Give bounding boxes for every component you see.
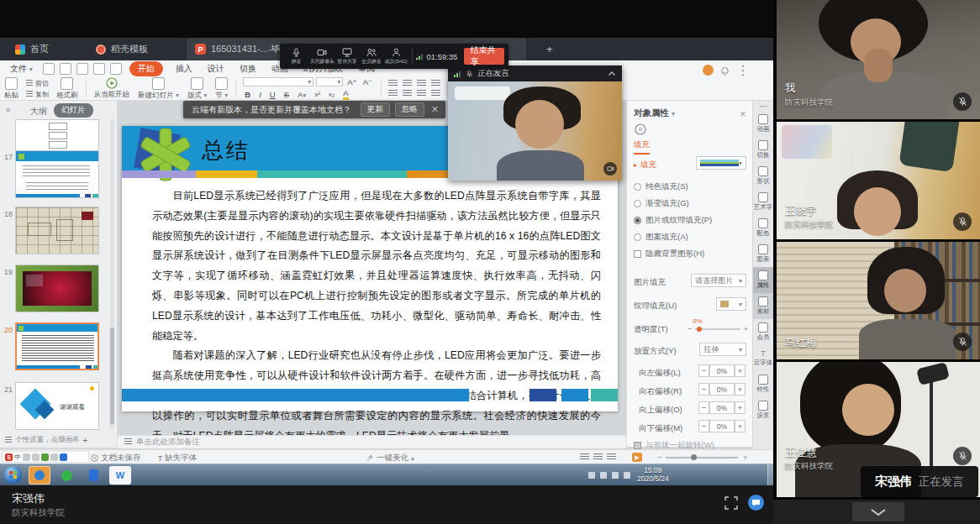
slide-thumbnail-16[interactable] [15, 119, 99, 155]
menu-file[interactable]: 文件 ▾ [10, 63, 33, 75]
tab-docer[interactable]: 稻壳模板 [87, 38, 156, 60]
participant-tile[interactable]: 王晓宇 防灾科技学院 [777, 122, 980, 239]
side-tab-wordart[interactable]: 艺术字 [753, 189, 773, 215]
side-tab-material[interactable]: 素材 [753, 293, 773, 319]
align-center-icon[interactable] [403, 90, 412, 97]
undo-icon[interactable] [76, 63, 88, 75]
zoom-in-icon[interactable]: + [743, 453, 748, 462]
side-tab-member[interactable]: 会员 [753, 319, 773, 345]
transparency-slider[interactable]: − + [688, 324, 748, 333]
personalize-canvas-button[interactable]: 个性设置，点缀画布 + [5, 435, 87, 445]
taskbar-app-phone[interactable] [55, 466, 77, 485]
print-icon[interactable] [60, 63, 71, 75]
texture-fill-dropdown[interactable]: ▾ [716, 297, 746, 311]
missing-fonts-button[interactable]: T缺失字体 [158, 453, 197, 464]
side-tab-shape[interactable]: 形状 [753, 163, 773, 189]
panel-close-icon[interactable]: ✕ [740, 109, 746, 118]
side-tab-animation[interactable]: 动画 [753, 111, 773, 137]
strike-button[interactable]: S [284, 90, 289, 99]
bold-button[interactable]: B [245, 90, 250, 99]
mute-button[interactable]: 静音 [284, 48, 308, 66]
notice-close-icon[interactable]: ✕ [431, 104, 439, 115]
offset-right-stepper[interactable]: −0%+ [698, 383, 746, 396]
ignore-button[interactable]: 忽略 [395, 102, 424, 117]
slide-thumbnail-21[interactable]: 谢谢观看 [15, 382, 99, 430]
side-tab-cloudfont[interactable]: T云字体 [753, 345, 773, 371]
collapse-panel-icon[interactable]: « [6, 105, 11, 114]
more-quick-icon[interactable] [110, 63, 122, 75]
tray-icon[interactable] [612, 472, 619, 479]
bullet-list-icon[interactable] [388, 80, 398, 87]
strip-collapse-icon[interactable]: — [753, 101, 773, 111]
beautify-button[interactable]: 一键美化▴ [366, 453, 414, 464]
notes-bar[interactable]: 单击此处添加备注 [118, 435, 626, 448]
notifications-bell-icon[interactable] [720, 66, 730, 76]
start-button[interactable] [4, 466, 22, 484]
reading-view-icon[interactable] [607, 453, 616, 461]
italic-button[interactable]: I [259, 90, 261, 99]
copy-button[interactable]: 复制 [26, 90, 49, 99]
avatar[interactable] [703, 65, 714, 76]
tray-icon[interactable] [600, 472, 607, 479]
highlight-button[interactable]: A [343, 88, 348, 100]
format-painter-button[interactable]: 格式刷 [56, 77, 78, 101]
slide-thumbnail-19[interactable] [15, 265, 99, 312]
menu-design[interactable]: 设计 [208, 63, 224, 75]
cut-button[interactable]: 剪切 [26, 79, 49, 88]
outline-tab[interactable]: 大纲 [30, 106, 47, 118]
sorter-view-icon[interactable] [593, 453, 603, 461]
floating-camera-window[interactable]: 正在发言 [448, 66, 622, 181]
redo-icon[interactable] [93, 63, 105, 75]
side-tab-color[interactable]: 配色 [753, 215, 773, 241]
menu-transition[interactable]: 切换 [240, 63, 256, 75]
side-tab-settings[interactable]: 设置 [753, 397, 773, 423]
section-button[interactable]: 节 ▾ [215, 77, 228, 101]
slide-thumbnail-17[interactable] [15, 150, 99, 198]
members-button[interactable]: 成员(5/42) [383, 48, 408, 66]
offset-down-stepper[interactable]: −0%+ [698, 420, 746, 432]
font-size-select[interactable]: ▾ [316, 77, 343, 86]
normal-view-icon[interactable] [580, 453, 589, 461]
layout-button[interactable]: 版式 ▾ [187, 77, 207, 101]
camera-off-button[interactable]: 关闭摄像头 [308, 48, 336, 66]
fill-option-gradient[interactable]: 渐变填充(G) [634, 198, 689, 209]
save-icon[interactable] [43, 63, 55, 75]
slide-thumbnail-18[interactable] [15, 207, 99, 254]
input-method-bar[interactable]: S 中 [2, 451, 89, 463]
fill-option-picture[interactable]: 图片或纹理填充(P) [634, 215, 712, 226]
fullscreen-icon[interactable] [724, 496, 738, 510]
panel-scrollbar[interactable] [110, 119, 114, 430]
chat-icon[interactable] [748, 495, 764, 511]
subscript-button[interactable]: x₂ [329, 91, 335, 98]
slides-tab[interactable]: 幻灯片 [54, 103, 93, 118]
taskbar-app-wps[interactable]: W [109, 466, 131, 485]
fill-preview-dropdown[interactable]: ▾ [696, 156, 746, 170]
fill-tab[interactable]: 填充 [634, 139, 650, 155]
side-tab-properties[interactable]: 属性 [753, 267, 773, 293]
font-decrease-button[interactable]: A⁻ [363, 77, 372, 86]
pause-share-button[interactable]: 暂停共享 [335, 48, 360, 66]
menu-insert[interactable]: 插入 [176, 63, 192, 75]
participant-tile[interactable]: 马红梅 [777, 242, 980, 359]
offset-up-stepper[interactable]: −0%+ [698, 401, 746, 414]
side-tab-chart[interactable]: 图表 [753, 241, 773, 267]
font-family-select[interactable]: ▾ [243, 77, 313, 86]
indent-increase-icon[interactable] [431, 80, 440, 87]
side-tab-feature[interactable]: 特性 [753, 371, 773, 397]
picture-fill-dropdown[interactable]: 请选择图片▾ [691, 274, 746, 287]
show-desktop-button[interactable] [767, 464, 773, 485]
placement-dropdown[interactable]: 拉伸▾ [699, 343, 746, 356]
new-slide-button[interactable]: 新建幻灯片 ▾ [138, 77, 179, 101]
collapse-sidebar-button[interactable] [852, 502, 904, 521]
taskbar-app-browser[interactable] [29, 466, 50, 485]
fill-option-pattern[interactable]: 图案填充(A) [634, 232, 688, 243]
chevron-up-icon[interactable] [608, 71, 616, 76]
end-share-button[interactable]: 结束共享 [464, 48, 504, 65]
fill-option-solid[interactable]: 纯色填充(S) [634, 181, 688, 192]
paste-button[interactable]: 粘贴 [4, 77, 18, 101]
taskbar-app-mobile[interactable] [82, 466, 104, 485]
align-right-icon[interactable] [417, 90, 426, 97]
offset-left-stepper[interactable]: −0%+ [698, 364, 746, 377]
indent-decrease-icon[interactable] [417, 80, 426, 87]
slide-thumbnail-20-selected[interactable] [15, 322, 99, 370]
